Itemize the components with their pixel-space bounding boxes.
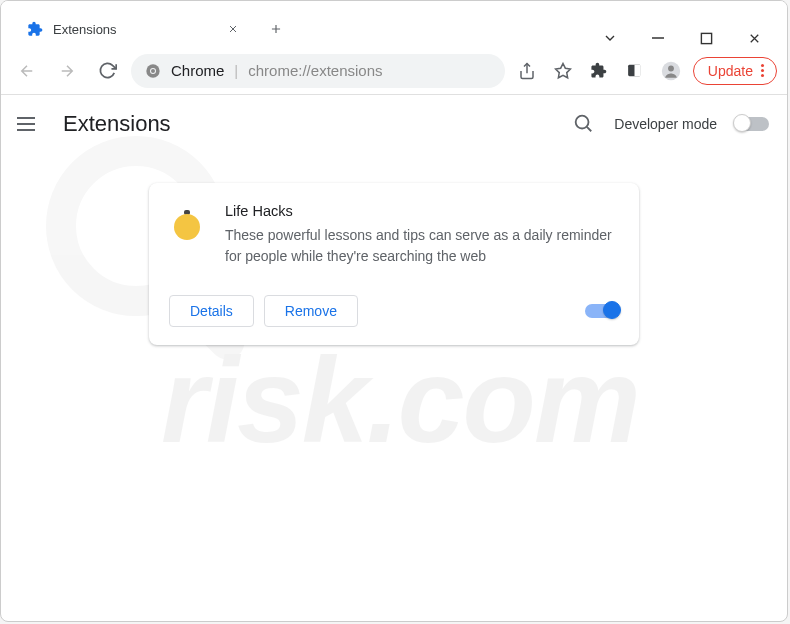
window-controls <box>601 25 787 47</box>
svg-line-14 <box>587 127 591 131</box>
puzzle-icon <box>27 21 43 37</box>
close-window-button[interactable] <box>745 29 763 47</box>
new-tab-button[interactable] <box>261 14 291 44</box>
update-button[interactable]: Update <box>693 57 777 85</box>
chrome-icon <box>145 63 161 79</box>
address-bar[interactable]: Chrome | chrome://extensions <box>131 54 505 88</box>
back-button[interactable] <box>11 55 43 87</box>
forward-button[interactable] <box>51 55 83 87</box>
lightbulb-icon <box>169 207 205 243</box>
svg-rect-8 <box>635 65 641 76</box>
svg-point-16 <box>174 214 200 240</box>
minimize-button[interactable] <box>649 29 667 47</box>
extension-card: Life Hacks These powerful lessons and ti… <box>149 183 639 345</box>
svg-point-13 <box>576 116 589 129</box>
dev-mode-label: Developer mode <box>614 116 717 132</box>
extension-name: Life Hacks <box>225 203 619 219</box>
menu-dots-icon <box>761 64 764 77</box>
extensions-icon[interactable] <box>585 57 613 85</box>
svg-point-4 <box>151 69 155 73</box>
tab-title: Extensions <box>53 22 215 37</box>
toolbar: Chrome | chrome://extensions Update <box>1 47 787 95</box>
svg-marker-6 <box>555 63 570 77</box>
close-tab-button[interactable] <box>225 21 241 37</box>
page-title: Extensions <box>63 111 171 137</box>
omnibox-divider: | <box>234 62 238 79</box>
extensions-header: Extensions Developer mode <box>1 95 787 153</box>
extension-description: These powerful lessons and tips can serv… <box>225 225 619 267</box>
dev-mode-toggle[interactable] <box>735 117 769 131</box>
extension-enable-toggle[interactable] <box>585 304 619 318</box>
update-label: Update <box>708 63 753 79</box>
remove-button[interactable]: Remove <box>264 295 358 327</box>
bookmark-star-icon[interactable] <box>549 57 577 85</box>
search-button[interactable] <box>572 112 596 136</box>
omnibox-scheme-label: Chrome <box>171 62 224 79</box>
browser-tab[interactable]: Extensions <box>13 11 253 47</box>
omnibox-url: chrome://extensions <box>248 62 382 79</box>
side-panel-icon[interactable] <box>621 57 649 85</box>
details-button[interactable]: Details <box>169 295 254 327</box>
svg-point-10 <box>668 65 674 71</box>
reload-button[interactable] <box>91 55 123 87</box>
svg-rect-1 <box>701 33 711 43</box>
extensions-content: Life Hacks These powerful lessons and ti… <box>1 153 787 345</box>
menu-button[interactable] <box>17 112 41 136</box>
browser-window: Extensions <box>0 0 788 622</box>
profile-icon[interactable] <box>657 57 685 85</box>
titlebar: Extensions <box>1 1 787 47</box>
maximize-button[interactable] <box>697 29 715 47</box>
share-icon[interactable] <box>513 57 541 85</box>
chevron-down-icon[interactable] <box>601 29 619 47</box>
tab-strip: Extensions <box>1 1 291 47</box>
